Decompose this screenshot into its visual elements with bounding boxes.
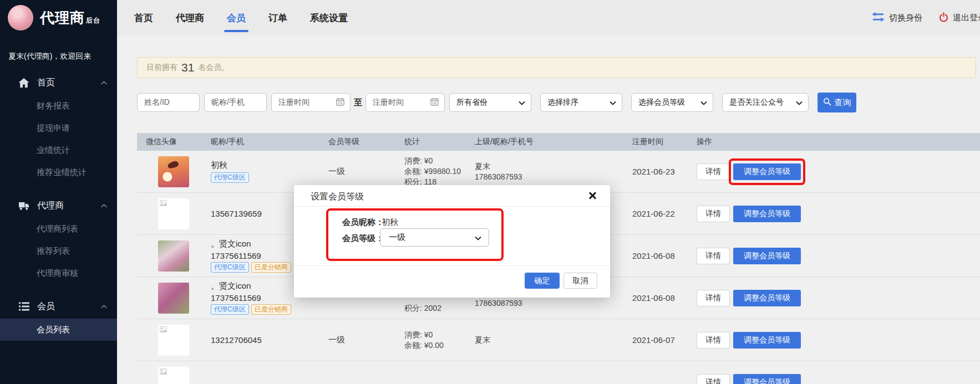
adjust-member-level-button[interactable]: 调整会员等级: [733, 248, 801, 264]
sidebar-menu: 首页财务报表提现申请业绩统计推荐业绩统计代理商代理商列表推荐列表代理商审核会员会…: [0, 70, 117, 341]
sidebar-subitem-代理商审核[interactable]: 代理商审核: [0, 262, 117, 284]
truck-icon: [18, 200, 30, 211]
sidebar-subitem-业绩统计[interactable]: 业绩统计: [0, 139, 117, 161]
brand-avatar: [8, 5, 33, 30]
member-level: 一级: [328, 335, 404, 345]
member-badge: 已是分销商: [251, 304, 291, 315]
sidebar-subitem-会员列表[interactable]: 会员列表: [0, 319, 117, 341]
chevron-down-icon: [610, 98, 616, 107]
register-time: 2021-06-07: [632, 335, 697, 345]
detail-button[interactable]: 详情: [697, 290, 730, 306]
tab-首页[interactable]: 首页: [133, 9, 154, 27]
logout-button[interactable]: 退出登录: [939, 12, 980, 24]
app-logo: 代理商后台: [40, 8, 100, 28]
column-header: 操作: [697, 137, 980, 147]
province-select[interactable]: 所有省份: [449, 93, 531, 112]
column-header: 注册时间: [632, 137, 697, 147]
sidebar-subitem-提现申请[interactable]: 提现申请: [0, 117, 117, 139]
switch-identity-button[interactable]: 切换身份: [872, 12, 922, 23]
chevron-down-icon: [475, 233, 481, 242]
search-button[interactable]: 查询: [817, 93, 856, 112]
member-name: 13212706045: [211, 335, 328, 345]
reg-time-end-input[interactable]: 注册时间: [365, 93, 445, 112]
adjust-member-level-button[interactable]: 调整会员等级: [733, 374, 801, 384]
detail-button[interactable]: 详情: [697, 248, 730, 264]
tab-代理商[interactable]: 代理商: [175, 9, 205, 27]
detail-button[interactable]: 详情: [697, 163, 730, 180]
top-navbar: 首页代理商会员订单系统设置 切换身份 退出登录: [117, 0, 980, 35]
member-level-label: 会员等级：: [342, 233, 384, 244]
filter-bar: 姓名/ID 昵称/手机 注册时间 至 注册时间 所有省份 选择排序 选择会员等级…: [137, 93, 856, 112]
register-time: 2021-06-22: [632, 209, 697, 218]
sidebar-subitem-代理商列表[interactable]: 代理商列表: [0, 218, 117, 240]
modal-level-select[interactable]: 一级: [380, 228, 489, 247]
member-badge: 代理C级区: [211, 262, 249, 273]
detail-button[interactable]: 详情: [697, 206, 730, 222]
brand: 代理商后台: [0, 0, 117, 30]
column-header: 统计: [404, 137, 475, 147]
confirm-button[interactable]: 确定: [525, 273, 560, 289]
app-window: 代理商后台 夏末(代理商)，欢迎回来 首页财务报表提现申请业绩统计推荐业绩统计代…: [0, 0, 980, 384]
detail-button[interactable]: 详情: [697, 332, 730, 349]
notice-suffix: 名会员。: [198, 63, 229, 73]
list-icon: [18, 301, 30, 312]
adjust-member-level-button[interactable]: 调整会员等级: [733, 290, 801, 306]
cancel-button[interactable]: 取消: [563, 273, 597, 289]
chevron-down-icon: [700, 98, 707, 107]
top-actions: 切换身份 退出登录: [872, 0, 980, 35]
sidebar-subitem-推荐业绩统计[interactable]: 推荐业绩统计: [0, 161, 117, 183]
switch-identity-label: 切换身份: [889, 13, 922, 23]
register-time: 2021-06-23: [632, 167, 697, 176]
column-header: 微信头像: [137, 137, 211, 147]
member-badge: 已是分销商: [251, 262, 291, 273]
chevron-up-icon: [101, 305, 107, 309]
nickname-phone-input[interactable]: 昵称/手机: [204, 93, 267, 112]
adjust-member-level-button[interactable]: 调整会员等级: [733, 206, 801, 222]
sidebar-item-label: 会员: [37, 301, 55, 313]
broken-image-icon: [160, 326, 167, 332]
welcome-text: 夏末(代理商)，欢迎回来: [0, 30, 117, 65]
calendar-icon: [430, 98, 439, 107]
broken-image-icon: [160, 368, 167, 375]
member-avatar: [158, 367, 189, 384]
logo-main: 代理商: [40, 9, 85, 26]
logout-label: 退出登录: [953, 13, 980, 23]
name-id-input[interactable]: 姓名/ID: [137, 93, 200, 112]
top-tabs: 首页代理商会员订单系统设置: [133, 0, 349, 35]
broken-image-icon: [160, 200, 167, 206]
tab-系统设置[interactable]: 系统设置: [309, 9, 349, 27]
tab-会员[interactable]: 会员: [226, 9, 247, 27]
tab-订单[interactable]: 订单: [267, 9, 288, 27]
table-row: 13212706045一级消费: ¥0余额: ¥0.00夏末2021-06-07…: [137, 319, 980, 361]
table-header: 微信头像昵称/手机会员等级统计上级/昵称/手机号注册时间操作: [137, 133, 980, 151]
column-header: 上级/昵称/手机号: [475, 137, 632, 147]
member-level: [328, 377, 404, 384]
member-parent: 夏末17863087593: [475, 161, 632, 182]
sidebar-item-代理商[interactable]: 代理商: [0, 193, 117, 218]
member-parent: 夏末: [475, 335, 632, 345]
search-icon: [823, 98, 831, 107]
sidebar-item-首页[interactable]: 首页: [0, 70, 117, 95]
sidebar-subitem-财务报表[interactable]: 财务报表: [0, 95, 117, 117]
follow-official-select[interactable]: 是否关注公众号: [722, 93, 809, 112]
home-icon: [18, 77, 30, 88]
reg-time-start-input[interactable]: 注册时间: [271, 93, 351, 112]
adjust-member-level-button[interactable]: 调整会员等级: [733, 332, 801, 349]
chevron-down-icon: [519, 98, 525, 107]
close-icon[interactable]: [588, 191, 597, 200]
member-badge: 代理C级区: [211, 304, 249, 315]
member-stats: 消费: ¥0余额: ¥99880.10积分: 118: [404, 156, 475, 187]
member-badge: 代理C级区: [211, 172, 249, 183]
member-name: 初秋: [211, 160, 328, 171]
table-row: 详情调整会员等级: [137, 361, 980, 384]
chevron-up-icon: [101, 81, 107, 85]
sidebar-subitem-推荐列表[interactable]: 推荐列表: [0, 240, 117, 262]
member-count-notice: 目前拥有 31 名会员。: [137, 57, 976, 78]
sort-select[interactable]: 选择排序: [540, 93, 622, 112]
sidebar-item-label: 代理商: [37, 200, 64, 212]
member-level-select[interactable]: 选择会员等级: [631, 93, 713, 112]
sidebar-item-会员[interactable]: 会员: [0, 294, 117, 319]
detail-button[interactable]: 详情: [697, 374, 730, 384]
adjust-member-level-button[interactable]: 调整会员等级: [733, 163, 801, 180]
register-time: 2021-06-08: [632, 251, 697, 260]
